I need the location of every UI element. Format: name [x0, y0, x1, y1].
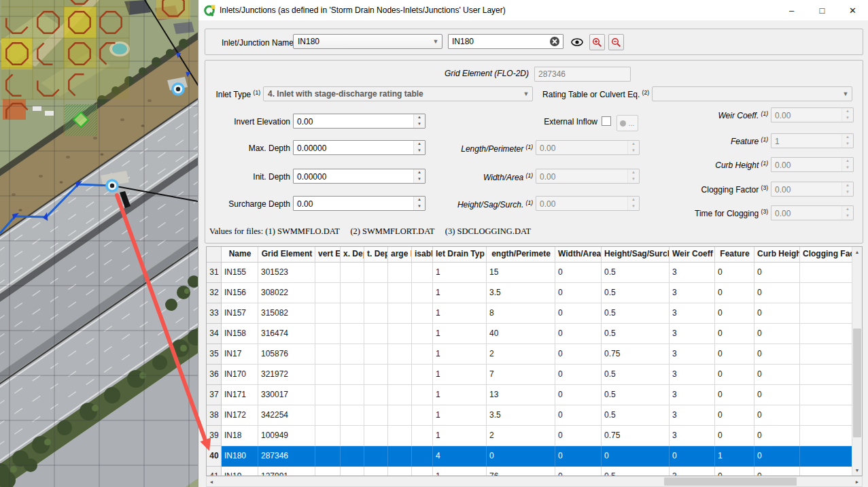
table-cell[interactable]: 0 [754, 283, 800, 303]
table-cell[interactable] [412, 303, 433, 324]
column-header[interactable]: vert El [315, 247, 341, 263]
table-cell[interactable]: 287346 [258, 446, 315, 467]
table-cell[interactable] [800, 446, 854, 467]
table-cell[interactable]: 0 [715, 303, 754, 324]
table-cell[interactable]: 2 [487, 344, 555, 365]
column-header[interactable]: isable [412, 247, 433, 263]
table-cell[interactable] [412, 365, 433, 385]
table-cell[interactable] [315, 303, 341, 324]
table-cell[interactable]: 3 [670, 303, 715, 324]
table-cell[interactable] [341, 385, 364, 405]
table-cell[interactable]: 0 [715, 405, 754, 426]
table-cell[interactable] [364, 365, 388, 385]
table-row[interactable]: 31IN15530152311500.5300 [207, 263, 862, 283]
table-cell[interactable]: 3 [670, 263, 715, 283]
table-cell[interactable]: 330017 [258, 385, 315, 405]
table-cell[interactable]: 0 [754, 324, 800, 344]
table-cell[interactable]: 1 [433, 405, 487, 426]
table-cell[interactable] [315, 385, 341, 405]
table-cell[interactable] [315, 283, 341, 303]
table-cell[interactable] [388, 263, 412, 283]
table-cell[interactable]: 1 [433, 344, 487, 365]
table-cell[interactable] [800, 263, 854, 283]
table-cell[interactable] [412, 426, 433, 446]
table-cell[interactable]: 1 [715, 446, 754, 467]
table-cell[interactable] [341, 365, 364, 385]
table-cell[interactable]: 308022 [258, 283, 315, 303]
row-number[interactable]: 32 [207, 283, 222, 303]
row-number[interactable]: 36 [207, 365, 222, 385]
scroll-right-icon[interactable]: ► [852, 477, 862, 486]
table-cell[interactable]: 316474 [258, 324, 315, 344]
table-cell[interactable]: 0.5 [602, 324, 670, 344]
table-cell[interactable] [388, 324, 412, 344]
table-cell[interactable] [388, 283, 412, 303]
table-cell[interactable]: 342254 [258, 405, 315, 426]
zoom-in-button[interactable] [589, 34, 605, 50]
table-cell[interactable]: 1 [433, 365, 487, 385]
column-header[interactable]: Height/Sag/Surch [602, 247, 670, 263]
table-cell[interactable] [341, 263, 364, 283]
table-cell[interactable]: 321972 [258, 365, 315, 385]
table-cell[interactable] [412, 446, 433, 467]
column-header[interactable]: Clogging Fac [800, 247, 854, 263]
table-cell[interactable]: 0.5 [602, 283, 670, 303]
column-header[interactable]: arge D [388, 247, 412, 263]
table-cell[interactable] [412, 324, 433, 344]
table-row[interactable]: 39IN181009491200.75300 [207, 426, 862, 446]
table-cell[interactable] [800, 405, 854, 426]
table-cell[interactable]: 0 [715, 324, 754, 344]
table-cell[interactable]: 0 [555, 365, 602, 385]
table-cell[interactable] [364, 283, 388, 303]
table-cell[interactable] [412, 405, 433, 426]
table-row[interactable]: 33IN1573150821800.5300 [207, 303, 862, 324]
table-cell[interactable]: 0 [754, 365, 800, 385]
table-cell[interactable] [341, 324, 364, 344]
table-cell[interactable] [364, 426, 388, 446]
table-cell[interactable]: 0 [555, 324, 602, 344]
table-cell[interactable]: 0 [555, 283, 602, 303]
selected-inlet-node-icon[interactable] [107, 180, 118, 191]
table-cell[interactable]: 0 [754, 405, 800, 426]
table-cell[interactable]: IN17 [222, 344, 258, 365]
table-cell[interactable] [315, 324, 341, 344]
column-header[interactable]: Width/Area [555, 247, 602, 263]
external-inflow-editor-button[interactable]: ... [617, 115, 638, 131]
table-cell[interactable] [315, 344, 341, 365]
table-cell[interactable] [364, 263, 388, 283]
horizontal-scrollbar[interactable]: ◄ ► [206, 476, 863, 487]
row-number[interactable]: 34 [207, 324, 222, 344]
column-header[interactable]: ength/Perimete [487, 247, 555, 263]
table-cell[interactable]: 1 [433, 324, 487, 344]
table-cell[interactable]: 3.5 [487, 405, 555, 426]
table-cell[interactable] [341, 426, 364, 446]
table-cell[interactable]: IN18 [222, 426, 258, 446]
table-cell[interactable] [364, 344, 388, 365]
table-row[interactable]: 34IN15831647414000.5300 [207, 324, 862, 344]
table-cell[interactable]: 301523 [258, 263, 315, 283]
scroll-down-icon[interactable]: ▼ [852, 465, 862, 475]
title-bar[interactable]: Inlets/Junctions (as defined in 'Storm D… [198, 0, 868, 20]
table-cell[interactable]: 7 [487, 365, 555, 385]
table-cell[interactable]: IN180 [222, 446, 258, 467]
table-row[interactable]: 35IN171058761200.75300 [207, 344, 862, 365]
table-cell[interactable]: 105876 [258, 344, 315, 365]
table-cell[interactable]: 1 [433, 426, 487, 446]
table-cell[interactable]: 0 [555, 385, 602, 405]
table-cell[interactable] [412, 263, 433, 283]
spin-buttons[interactable]: ▲▼ [413, 114, 425, 128]
table-cell[interactable] [364, 324, 388, 344]
table-cell[interactable]: 315082 [258, 303, 315, 324]
table-cell[interactable] [388, 446, 412, 467]
table-cell[interactable]: 3 [670, 405, 715, 426]
vertical-scrollbar[interactable]: ▲ ▼ [852, 247, 862, 475]
table-cell[interactable]: IN170 [222, 365, 258, 385]
table-cell[interactable]: 0 [754, 303, 800, 324]
column-header[interactable]: Name [222, 247, 258, 263]
column-header[interactable]: Curb Height [754, 247, 800, 263]
table-row-selected[interactable]: 40IN1802873464000010 [207, 446, 862, 467]
table-cell[interactable] [315, 426, 341, 446]
rating-table-combo[interactable]: ▼ [652, 86, 852, 101]
table-cell[interactable]: 0 [715, 263, 754, 283]
inlet-type-combo[interactable]: 4. Inlet with stage-discharge rating tab… [263, 86, 533, 101]
